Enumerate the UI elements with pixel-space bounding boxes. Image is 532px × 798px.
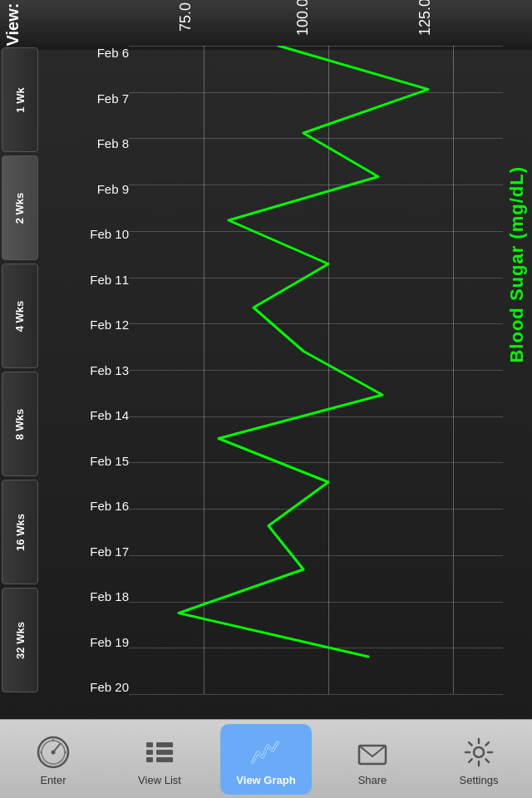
chart-container: View: 75.0 100.0 125.0 1 Wk 2 Wks 4 Wks … [0, 0, 532, 719]
nav-item-view-graph[interactable]: View Graph [220, 724, 312, 795]
week-btn-32wks[interactable]: 32 Wks [2, 588, 38, 692]
week-btn-4wks[interactable]: 4 Wks [2, 264, 38, 368]
week-btn-2wks[interactable]: 2 Wks [2, 155, 38, 260]
x-label-125: 125.0 [416, 0, 434, 36]
svg-line-21 [485, 742, 489, 746]
nav-label-view-list: View List [138, 774, 181, 786]
svg-rect-12 [156, 757, 173, 762]
svg-point-3 [52, 750, 56, 754]
view-graph-icon [249, 735, 283, 770]
view-list-icon [142, 735, 177, 770]
week-btn-1wk[interactable]: 1 Wk [2, 47, 38, 152]
x-label-100: 100.0 [294, 0, 312, 36]
settings-icon [461, 735, 496, 770]
svg-rect-10 [156, 750, 173, 755]
week-btn-8wks[interactable]: 8 Wks [2, 372, 38, 476]
week-btn-16wks[interactable]: 16 Wks [2, 480, 38, 584]
nav-item-view-list[interactable]: View List [114, 724, 205, 795]
nav-item-settings[interactable]: Settings [433, 724, 525, 795]
date-labels: Feb 6 Feb 7 Feb 8 Feb 9 Feb 10 Feb 11 Fe… [42, 46, 133, 694]
svg-line-22 [469, 759, 472, 762]
svg-rect-8 [156, 742, 173, 747]
bottom-nav: Enter View List View Graph [0, 719, 532, 798]
x-label-75: 75.0 [177, 2, 195, 32]
nav-label-enter: Enter [40, 774, 66, 786]
svg-rect-11 [146, 757, 153, 762]
blood-sugar-chart [129, 46, 503, 694]
week-selector: 1 Wk 2 Wks 4 Wks 8 Wks 16 Wks 32 Wks [0, 46, 40, 694]
nav-item-enter[interactable]: Enter [7, 724, 99, 795]
y-axis-right-label: Blood Sugar (mg/dL) [506, 166, 528, 363]
view-label: View: [3, 3, 22, 47]
nav-label-settings: Settings [460, 774, 499, 786]
x-axis-labels: 75.0 100.0 125.0 [129, 8, 486, 26]
svg-point-14 [474, 747, 484, 757]
svg-line-20 [485, 759, 489, 762]
svg-line-19 [469, 742, 472, 746]
enter-icon [36, 735, 71, 770]
nav-label-view-graph: View Graph [236, 774, 295, 786]
nav-label-share: Share [358, 774, 387, 786]
svg-rect-7 [146, 742, 153, 747]
svg-rect-9 [146, 750, 153, 755]
share-icon [355, 735, 390, 770]
nav-item-share[interactable]: Share [327, 724, 418, 795]
